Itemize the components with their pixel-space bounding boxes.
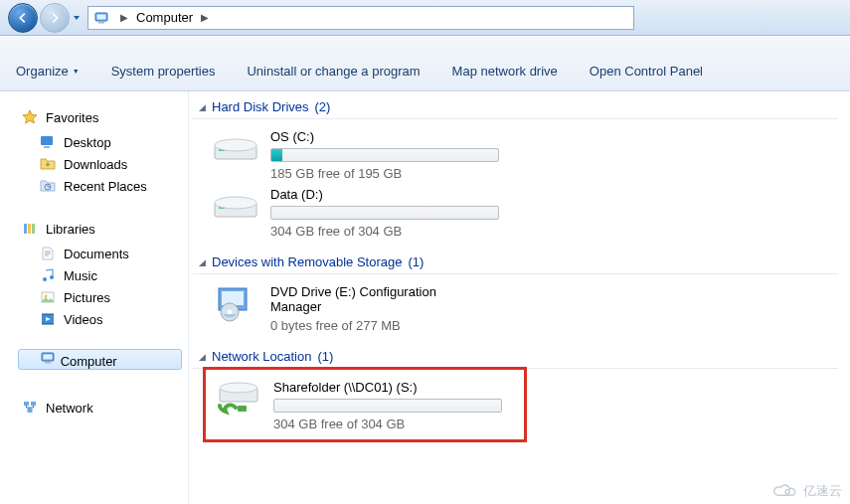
navigation-pane: Favorites Desktop Downloads Recent Place…	[0, 91, 189, 504]
svg-rect-7	[28, 224, 31, 234]
section-header-removable[interactable]: ◢ Devices with Removable Storage (1)	[193, 254, 838, 274]
nav-downloads[interactable]: Downloads	[0, 153, 188, 175]
map-network-drive-button[interactable]: Map network drive	[450, 60, 560, 83]
libraries-label: Libraries	[46, 222, 95, 237]
organize-menu[interactable]: Organize▼	[14, 60, 82, 83]
libraries-header[interactable]: Libraries	[0, 217, 188, 243]
drive-c[interactable]: OS (C:) 185 GB free of 195 GB	[211, 125, 519, 183]
computer-icon	[94, 10, 110, 26]
back-button[interactable]	[8, 3, 38, 33]
favorites-group: Favorites Desktop Downloads Recent Place…	[0, 99, 188, 211]
network-drive-icon	[214, 378, 263, 418]
music-icon	[40, 267, 56, 283]
drive-free-text: 0 bytes free of 277 MB	[270, 318, 519, 333]
breadcrumb-segment[interactable]: Computer	[134, 10, 195, 25]
arrow-left-icon	[16, 11, 30, 25]
cloud-icon	[771, 482, 799, 500]
libraries-group: Libraries Documents Music Pictures Vide	[0, 211, 188, 344]
svg-rect-3	[41, 136, 53, 145]
desktop-icon	[40, 134, 56, 150]
dvd-drive-icon	[211, 282, 260, 322]
content-pane: ◢ Hard Disk Drives (2) OS (C:) 185 GB fr…	[189, 91, 850, 504]
address-bar[interactable]: ▶ Computer ▶	[87, 6, 634, 30]
breadcrumb-separator-icon: ▶	[114, 12, 134, 23]
drive-d[interactable]: Data (D:) 304 GB free of 304 GB	[211, 183, 519, 241]
navigation-bar: ▶ Computer ▶	[0, 0, 850, 36]
svg-rect-32	[238, 406, 247, 412]
arrow-right-icon	[48, 11, 62, 25]
svg-point-22	[215, 139, 256, 151]
downloads-icon	[40, 156, 56, 172]
svg-rect-1	[97, 14, 106, 19]
svg-rect-16	[45, 362, 51, 364]
drive-free-text: 185 GB free of 195 GB	[270, 166, 519, 181]
star-icon	[22, 109, 38, 125]
section-removable-storage: ◢ Devices with Removable Storage (1) DVD…	[193, 254, 838, 335]
svg-rect-18	[31, 402, 36, 406]
hard-drive-icon	[211, 185, 260, 225]
drive-label: OS (C:)	[270, 129, 519, 144]
hard-drive-icon	[211, 127, 260, 167]
section-hard-disk-drives: ◢ Hard Disk Drives (2) OS (C:) 185 GB fr…	[193, 99, 838, 241]
drive-e-dvd[interactable]: DVD Drive (E:) Configuration Manager 0 b…	[211, 280, 519, 335]
pictures-icon	[40, 289, 56, 305]
videos-icon	[40, 311, 56, 327]
capacity-bar-fill	[271, 149, 282, 161]
nav-pictures[interactable]: Pictures	[0, 286, 188, 308]
nav-documents[interactable]: Documents	[0, 243, 188, 264]
drive-label: DVD Drive (E:) Configuration Manager	[270, 284, 479, 314]
svg-rect-27	[222, 291, 244, 305]
svg-rect-19	[28, 409, 33, 413]
drive-free-text: 304 GB free of 304 GB	[270, 224, 519, 239]
svg-rect-8	[32, 224, 35, 234]
svg-rect-15	[44, 355, 53, 360]
collapse-icon: ◢	[199, 352, 206, 362]
section-header-network[interactable]: ◢ Network Location (1)	[193, 349, 838, 369]
uninstall-program-button[interactable]: Uninstall or change a program	[245, 60, 422, 83]
section-header-hdd[interactable]: ◢ Hard Disk Drives (2)	[193, 99, 838, 119]
breadcrumb-separator-icon: ▶	[195, 12, 215, 23]
svg-point-31	[220, 383, 257, 393]
svg-rect-17	[24, 402, 29, 406]
drive-s-network[interactable]: Sharefolder (\\DC01) (S:) 304 GB free of…	[203, 367, 527, 442]
nav-recent-places[interactable]: Recent Places	[0, 175, 188, 197]
svg-point-29	[228, 310, 233, 315]
svg-rect-2	[98, 22, 104, 24]
collapse-icon: ◢	[199, 102, 206, 112]
recent-places-icon	[40, 178, 56, 194]
computer-icon	[41, 350, 57, 366]
svg-point-9	[43, 277, 47, 281]
nav-network[interactable]: Network	[0, 396, 188, 421]
nav-music[interactable]: Music	[0, 264, 188, 286]
collapse-icon: ◢	[199, 257, 206, 267]
open-control-panel-button[interactable]: Open Control Panel	[588, 60, 705, 83]
capacity-bar	[270, 206, 499, 220]
nav-videos[interactable]: Videos	[0, 308, 188, 330]
drive-label: Data (D:)	[270, 187, 519, 202]
section-network-location: ◢ Network Location (1) Sharefolder (\\DC…	[193, 349, 838, 442]
capacity-bar	[273, 399, 502, 413]
svg-point-25	[215, 197, 256, 209]
capacity-bar	[270, 148, 499, 162]
drive-free-text: 304 GB free of 304 GB	[273, 417, 516, 431]
svg-point-33	[785, 490, 789, 494]
documents-icon	[40, 246, 56, 261]
watermark: 亿速云	[771, 482, 842, 500]
libraries-icon	[22, 221, 38, 237]
forward-button[interactable]	[40, 3, 70, 33]
svg-rect-4	[44, 146, 50, 148]
favorites-header[interactable]: Favorites	[0, 105, 188, 131]
history-dropdown-icon[interactable]	[72, 12, 82, 24]
nav-desktop[interactable]: Desktop	[0, 131, 188, 153]
network-icon	[22, 400, 38, 416]
drive-label: Sharefolder (\\DC01) (S:)	[273, 380, 516, 395]
svg-point-10	[50, 275, 54, 279]
favorites-label: Favorites	[46, 110, 98, 125]
svg-rect-6	[24, 224, 27, 234]
nav-computer[interactable]: Computer	[18, 349, 182, 370]
command-toolbar: Organize▼ System properties Uninstall or…	[0, 36, 850, 91]
system-properties-button[interactable]: System properties	[109, 60, 218, 83]
